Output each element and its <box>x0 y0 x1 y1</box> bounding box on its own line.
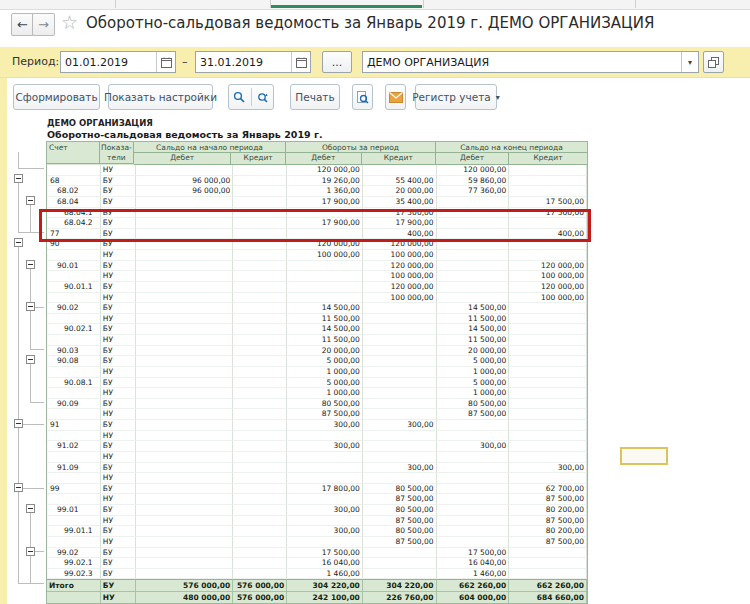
value-cell[interactable]: 20 000,00 <box>287 346 363 357</box>
value-cell[interactable] <box>363 473 437 484</box>
value-cell[interactable] <box>136 271 234 282</box>
value-cell[interactable] <box>509 399 587 410</box>
value-cell[interactable] <box>363 569 437 580</box>
value-cell[interactable] <box>136 548 234 559</box>
account-cell[interactable] <box>47 409 101 420</box>
table-row[interactable]: 91БУ300,00300,00 <box>47 420 587 431</box>
account-cell[interactable]: 77 <box>47 229 101 240</box>
value-cell[interactable]: 1 460,00 <box>437 569 510 580</box>
value-cell[interactable]: 16 040,00 <box>287 558 363 569</box>
value-cell[interactable] <box>233 473 287 484</box>
table-row[interactable]: НУ1 000,001 000,00 <box>47 388 587 399</box>
value-cell[interactable] <box>136 388 234 399</box>
value-cell[interactable] <box>136 335 234 346</box>
account-cell[interactable]: 90.09 <box>47 399 101 410</box>
table-row[interactable]: НУ100 000,00100 000,00 <box>47 293 587 304</box>
organization-value[interactable]: ДЕМО ОРГАНИЗАЦИЯ <box>363 56 681 69</box>
account-cell[interactable]: 90.01.1 <box>47 282 101 293</box>
value-cell[interactable]: 80 200,00 <box>509 526 587 537</box>
value-cell[interactable] <box>136 261 234 272</box>
value-cell[interactable]: 300,00 <box>287 441 363 452</box>
indicator-cell[interactable]: НУ <box>101 388 136 399</box>
account-cell[interactable]: 99.02.3 <box>47 569 101 580</box>
indicator-cell[interactable]: БУ <box>101 548 136 559</box>
calendar-icon[interactable] <box>156 52 175 72</box>
value-cell[interactable] <box>233 399 287 410</box>
value-cell[interactable] <box>136 494 234 505</box>
value-cell[interactable]: 96 000,00 <box>136 186 234 197</box>
value-cell[interactable] <box>363 303 437 314</box>
value-cell[interactable] <box>233 239 287 250</box>
value-cell[interactable]: 100 000,00 <box>363 293 437 304</box>
value-cell[interactable] <box>363 314 437 325</box>
table-row[interactable]: НУ1 000,001 000,00 <box>47 367 587 378</box>
value-cell[interactable]: 120 000,00 <box>287 165 363 176</box>
period-to-value[interactable]: 31.01.2019 <box>196 56 291 69</box>
indicator-cell[interactable]: БУ <box>101 229 136 240</box>
back-button[interactable]: ← <box>11 13 34 36</box>
value-cell[interactable]: 87 500,00 <box>363 494 437 505</box>
value-cell[interactable] <box>233 229 287 240</box>
value-cell[interactable]: 400,00 <box>509 229 587 240</box>
value-cell[interactable] <box>509 420 587 431</box>
collapse-group-icon[interactable] <box>26 547 35 556</box>
table-row[interactable]: 99.01.1БУ300,0080 500,0080 200,00 <box>47 526 587 537</box>
account-cell[interactable] <box>47 367 101 378</box>
value-cell[interactable] <box>233 271 287 282</box>
account-cell[interactable]: 68.04.2 <box>47 218 101 229</box>
value-cell[interactable] <box>233 282 287 293</box>
value-cell[interactable]: 87 500,00 <box>437 409 510 420</box>
value-cell[interactable] <box>233 314 287 325</box>
value-cell[interactable] <box>136 197 234 208</box>
table-row[interactable]: 90.02БУ14 500,0014 500,00 <box>47 303 587 314</box>
table-row[interactable]: 99.02БУ17 500,0017 500,00 <box>47 548 587 559</box>
value-cell[interactable] <box>363 452 437 463</box>
value-cell[interactable]: 120 000,00 <box>363 282 437 293</box>
organization-combo[interactable]: ДЕМО ОРГАНИЗАЦИЯ ▾ <box>362 51 699 73</box>
calendar-icon[interactable] <box>291 52 310 72</box>
value-cell[interactable]: 17 500,00 <box>287 548 363 559</box>
value-cell[interactable] <box>437 431 510 442</box>
value-cell[interactable] <box>363 388 437 399</box>
indicator-cell[interactable]: БУ <box>101 208 136 219</box>
value-cell[interactable] <box>233 208 287 219</box>
value-cell[interactable]: 5 000,00 <box>437 356 510 367</box>
value-cell[interactable] <box>509 409 587 420</box>
value-cell[interactable] <box>136 420 234 431</box>
indicator-cell[interactable]: НУ <box>101 494 136 505</box>
total-row[interactable]: НУ480 000,00576 000,00242 100,00226 760,… <box>47 591 587 603</box>
account-cell[interactable]: 90.02 <box>47 303 101 314</box>
table-row[interactable]: 99БУ17 800,0080 500,0062 700,00 <box>47 484 587 495</box>
value-cell[interactable]: 17 900,00 <box>287 197 363 208</box>
indicator-cell[interactable]: БУ <box>101 176 136 187</box>
value-cell[interactable] <box>287 208 363 219</box>
value-cell[interactable] <box>233 356 287 367</box>
period-from-value[interactable]: 01.01.2019 <box>61 56 156 69</box>
value-cell[interactable] <box>287 293 363 304</box>
table-row[interactable]: 90.02.1БУ14 500,0014 500,00 <box>47 324 587 335</box>
indicator-cell[interactable]: БУ <box>101 239 136 250</box>
value-cell[interactable]: 604 000,00 <box>437 591 510 603</box>
value-cell[interactable]: 17 500,00 <box>437 548 510 559</box>
value-cell[interactable] <box>136 441 234 452</box>
table-row[interactable]: НУ11 500,0011 500,00 <box>47 314 587 325</box>
collapse-group-icon[interactable] <box>26 260 35 269</box>
total-row[interactable]: ИтогоБУ576 000,00576 000,00304 220,00304… <box>47 579 587 591</box>
value-cell[interactable] <box>363 324 437 335</box>
account-cell[interactable]: 90.03 <box>47 346 101 357</box>
favorite-star-icon[interactable]: ☆ <box>61 13 78 32</box>
value-cell[interactable] <box>363 356 437 367</box>
indicator-cell[interactable]: НУ <box>101 431 136 442</box>
value-cell[interactable] <box>509 186 587 197</box>
value-cell[interactable] <box>509 452 587 463</box>
selected-cell[interactable] <box>620 447 668 465</box>
value-cell[interactable]: 19 260,00 <box>287 176 363 187</box>
value-cell[interactable]: 1 000,00 <box>437 367 510 378</box>
value-cell[interactable] <box>437 218 510 229</box>
value-cell[interactable] <box>287 494 363 505</box>
value-cell[interactable]: 14 500,00 <box>287 324 363 335</box>
value-cell[interactable]: 87 500,00 <box>363 516 437 527</box>
table-row[interactable]: 90.01БУ120 000,00120 000,00 <box>47 261 587 272</box>
value-cell[interactable]: 62 700,00 <box>509 484 587 495</box>
value-cell[interactable] <box>233 569 287 580</box>
